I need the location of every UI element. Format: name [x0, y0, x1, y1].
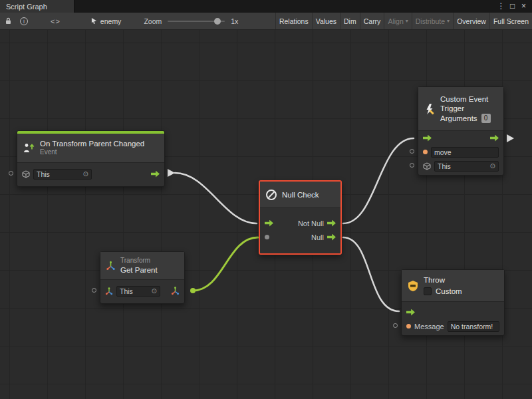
tab-title: Script Graph: [6, 3, 47, 11]
graph-canvas[interactable]: On Transform Parent Changed Event This ⊙: [0, 30, 532, 399]
throw-icon: [407, 280, 419, 292]
chevron-down-icon: ▾: [447, 18, 450, 24]
cube-icon: [423, 162, 431, 170]
menu-icon[interactable]: ⋮: [495, 0, 507, 13]
node-header: Transform Get Parent: [100, 252, 184, 280]
distribute-button: Distribute ▾: [412, 13, 453, 29]
value-input-port[interactable]: [265, 235, 269, 239]
info-glyph: i: [20, 17, 28, 25]
object-picker-icon[interactable]: ⊙: [83, 170, 88, 178]
wire-event-to-nullcheck: [175, 173, 257, 223]
node-trigger-custom-event[interactable]: Custom Event Trigger Arguments 0: [418, 86, 504, 176]
node-subtitle: Event: [40, 148, 144, 157]
node-title: Null Check: [282, 191, 319, 199]
message-label: Message: [414, 323, 444, 331]
cube-icon: [22, 170, 30, 178]
overview-button[interactable]: Overview: [453, 13, 489, 29]
flow-input-arrow-icon[interactable]: [265, 220, 273, 227]
graph-toolbar: i <> enemy Zoom 1x Relations Values Dim …: [0, 13, 532, 30]
target-field[interactable]: This ⊙: [33, 169, 92, 180]
event-name-field[interactable]: move: [431, 147, 499, 158]
target-port-circle[interactable]: [410, 163, 414, 168]
align-button: Align ▾: [384, 13, 411, 29]
tab-script-graph[interactable]: Script Graph: [0, 0, 74, 13]
close-icon[interactable]: ×: [518, 0, 529, 13]
flow-input-arrow-icon[interactable]: [423, 135, 432, 142]
zoom-value: 1x: [231, 17, 238, 25]
flow-input-arrow-icon[interactable]: [406, 309, 415, 316]
name-value-port[interactable]: [423, 150, 428, 154]
message-field[interactable]: No transform!: [448, 321, 499, 332]
node-get-parent[interactable]: Transform Get Parent This ⊙: [100, 251, 185, 304]
null-label: Null: [311, 233, 324, 241]
target-field[interactable]: This ⊙: [116, 286, 160, 297]
wire-null-to-throw: [343, 237, 399, 311]
node-title: Trigger: [440, 104, 491, 113]
getparent-output-port[interactable]: [190, 288, 196, 293]
transform-output-port-icon[interactable]: [171, 287, 180, 295]
maximize-icon[interactable]: □: [507, 0, 518, 13]
flow-output-arrow-icon[interactable]: [151, 171, 160, 178]
zoom-slider[interactable]: [168, 21, 225, 22]
target-value: This: [438, 162, 451, 170]
node-header: Throw Custom: [402, 270, 504, 302]
target-value: This: [120, 287, 133, 295]
node-on-transform-parent-changed[interactable]: On Transform Parent Changed Event This ⊙: [17, 130, 165, 187]
code-icon[interactable]: <>: [47, 17, 65, 25]
lock-icon[interactable]: [0, 13, 16, 29]
null-check-icon: [265, 189, 277, 201]
graph-name: enemy: [100, 17, 122, 25]
node-header: Custom Event Trigger Arguments 0: [418, 87, 503, 131]
custom-checkbox[interactable]: [424, 287, 432, 295]
tab-bar: Script Graph ⋮ □ ×: [0, 0, 532, 13]
relations-button[interactable]: Relations: [275, 13, 312, 29]
node-header: Null Check: [260, 182, 340, 208]
message-value-port[interactable]: [406, 324, 411, 329]
event-icon: [23, 142, 35, 154]
distribute-label: Distribute: [416, 17, 445, 25]
node-title: Get Parent: [120, 265, 158, 275]
null-output-arrow-icon[interactable]: [327, 234, 336, 241]
custom-label: Custom: [436, 287, 462, 296]
align-label: Align: [388, 17, 403, 25]
target-port-circle[interactable]: [92, 288, 96, 293]
name-port-circle[interactable]: [410, 149, 414, 154]
target-field[interactable]: This ⊙: [434, 161, 499, 172]
not-null-output-arrow-icon[interactable]: [327, 220, 336, 227]
wire-notnull-to-trigger: [343, 138, 414, 223]
transform-icon: [105, 287, 113, 295]
not-null-label: Not Null: [298, 219, 324, 227]
event-name-value: move: [434, 148, 452, 156]
node-title: Throw: [424, 275, 462, 285]
custom-event-icon: [424, 103, 436, 115]
carry-button[interactable]: Carry: [360, 13, 384, 29]
target-port-circle[interactable]: [9, 171, 13, 176]
window-controls: ⋮ □ ×: [495, 0, 532, 13]
node-category: Custom Event: [440, 94, 491, 104]
node-title: On Transform Parent Changed: [40, 139, 144, 148]
graph-breadcrumb[interactable]: enemy: [91, 17, 122, 25]
node-null-check[interactable]: Null Check Not Null Null: [259, 180, 342, 255]
graph-pointer-icon: [91, 17, 97, 25]
flow-output-arrow-icon[interactable]: [490, 135, 499, 142]
info-icon[interactable]: i: [16, 13, 32, 29]
node-category: Transform: [120, 257, 158, 265]
zoom-slider-handle[interactable]: [214, 18, 221, 25]
event-output-port[interactable]: [168, 169, 175, 177]
arguments-label: Arguments: [440, 114, 477, 123]
node-header: On Transform Parent Changed Event: [17, 134, 164, 163]
zoom-label: Zoom: [144, 17, 162, 25]
message-value: No transform!: [451, 323, 493, 331]
full-screen-button[interactable]: Full Screen: [489, 13, 532, 29]
trigger-output-port[interactable]: [507, 134, 514, 142]
values-button[interactable]: Values: [312, 13, 340, 29]
node-throw[interactable]: Throw Custom Message No transform!: [401, 269, 505, 336]
arguments-field[interactable]: 0: [481, 114, 491, 123]
message-port-circle[interactable]: [393, 323, 398, 328]
dim-button[interactable]: Dim: [340, 13, 360, 29]
object-picker-icon[interactable]: ⊙: [490, 162, 495, 170]
target-value: This: [37, 170, 50, 178]
wire-getparent-to-nullcheck: [193, 237, 258, 291]
chevron-down-icon: ▾: [406, 18, 408, 24]
object-picker-icon[interactable]: ⊙: [152, 287, 157, 295]
